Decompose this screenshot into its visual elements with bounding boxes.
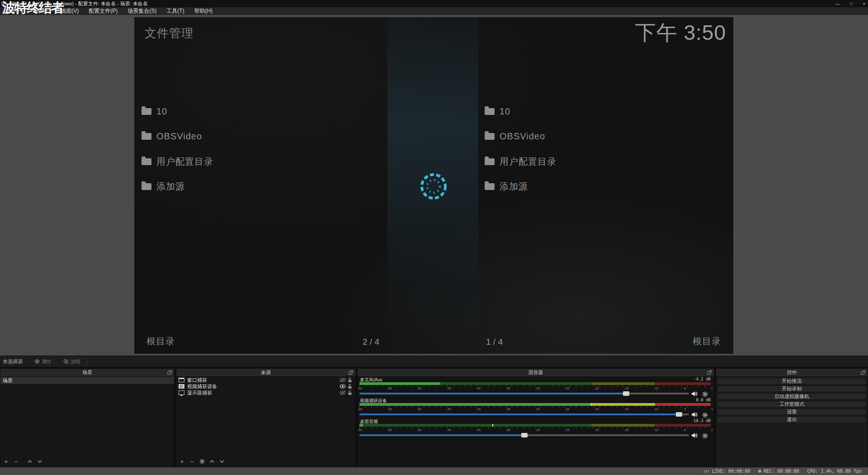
db-tick-label: -60 bbox=[358, 428, 362, 432]
db-tick-label: 0 bbox=[711, 387, 713, 390]
sources-dock-header[interactable]: 来源 bbox=[176, 369, 355, 377]
db-tick-label: -40 bbox=[476, 387, 481, 390]
volume-slider[interactable] bbox=[359, 432, 689, 438]
file-list-item[interactable]: 10 bbox=[134, 104, 387, 118]
sources-toolbar: + − bbox=[176, 457, 225, 466]
no-source-selected-label: 未选择源 bbox=[3, 358, 23, 365]
db-tick-label: -35 bbox=[505, 387, 510, 390]
db-tick-label: -25 bbox=[565, 428, 569, 432]
controls-dock: 控件 开始推流开始录制启动虚拟摄像机工作室模式设置退出 bbox=[716, 368, 868, 467]
gear-icon[interactable] bbox=[702, 432, 708, 441]
source-properties-button[interactable] bbox=[199, 459, 205, 465]
control-button[interactable]: 退出 bbox=[717, 416, 867, 423]
db-tick-label: -35 bbox=[505, 408, 510, 411]
gear-icon bbox=[34, 359, 40, 364]
obs-main-window: OBS 27.1.3 (64-bit, windows) - 配置文件: 未命名… bbox=[0, 0, 868, 475]
db-tick-label: -55 bbox=[387, 408, 392, 411]
mixer-channel: 视频捕获设备 0.0 dB -60-55-50-45-40-35-30-25-2… bbox=[358, 398, 714, 418]
maximize-button[interactable]: □ bbox=[850, 1, 853, 6]
db-tick-label: -45 bbox=[446, 428, 451, 432]
eye-visible-icon[interactable] bbox=[339, 384, 346, 389]
folder-icon bbox=[485, 108, 495, 115]
db-tick-label: -20 bbox=[594, 387, 599, 390]
lock-icon[interactable] bbox=[346, 384, 354, 389]
controls-dock-title: 控件 bbox=[787, 369, 797, 376]
title-bar[interactable]: OBS 27.1.3 (64-bit, windows) - 配置文件: 未命名… bbox=[0, 0, 868, 7]
filters-label: 滤镜 bbox=[71, 358, 80, 365]
menu-item[interactable]: 工具(T) bbox=[161, 7, 189, 15]
loading-spinner-icon bbox=[419, 172, 448, 201]
db-tick-label: -30 bbox=[535, 428, 540, 432]
eye-hidden-icon[interactable] bbox=[339, 378, 346, 382]
controls-dock-header[interactable]: 控件 bbox=[716, 369, 868, 377]
file-list-item[interactable]: OBSVideo bbox=[134, 130, 387, 143]
db-tick-label: -5 bbox=[683, 387, 686, 390]
folder-icon bbox=[142, 158, 151, 165]
file-list-item[interactable]: 10 bbox=[478, 104, 733, 118]
dock-popout-icon[interactable] bbox=[707, 370, 712, 375]
current-path-label: 根目录 bbox=[693, 335, 721, 347]
menu-item[interactable]: 帮助(H) bbox=[189, 7, 218, 15]
camera-icon bbox=[179, 384, 184, 389]
rec-status: REC: 00:00:00 bbox=[758, 469, 799, 474]
program-canvas[interactable]: 文件管理 下午 3:50 10 OBSVideo bbox=[134, 17, 733, 354]
menu-item[interactable]: 场景集合(S) bbox=[123, 7, 161, 15]
move-source-up-button[interactable] bbox=[209, 459, 215, 465]
volume-db-value: -16.3 dB bbox=[691, 418, 711, 423]
control-button[interactable]: 启动虚拟摄像机 bbox=[717, 393, 867, 400]
db-tick-label: -45 bbox=[446, 387, 451, 390]
move-scene-down-button[interactable] bbox=[37, 459, 42, 465]
scene-list-item[interactable]: 场景 bbox=[0, 377, 174, 384]
speaker-icon[interactable] bbox=[691, 432, 698, 440]
remove-scene-button[interactable]: − bbox=[13, 459, 19, 465]
mixer-channel: 桌面音频 -16.3 dB -60-55-50-45-40-35-30-25-2… bbox=[358, 418, 714, 438]
control-button[interactable]: 工作室模式 bbox=[717, 401, 867, 408]
file-list-item[interactable]: 用户配置目录 bbox=[478, 155, 733, 168]
scenes-dock-header[interactable]: 场景 bbox=[0, 369, 174, 377]
folder-name: 用户配置目录 bbox=[156, 156, 213, 168]
mixer-channel: 麦克风/Aux -4.2 dB -60-55-50-45-40-35-30-25… bbox=[358, 377, 714, 397]
mixer-dock-header[interactable]: 混音器 bbox=[358, 369, 714, 377]
dock-popout-icon[interactable] bbox=[167, 370, 172, 375]
volume-slider-handle[interactable] bbox=[521, 433, 528, 437]
add-scene-button[interactable]: + bbox=[3, 459, 9, 465]
move-scene-up-button[interactable] bbox=[27, 459, 33, 465]
file-list-item[interactable]: 添加源 bbox=[478, 180, 733, 194]
db-tick-label: -60 bbox=[358, 387, 362, 390]
control-button[interactable]: 设置 bbox=[717, 408, 867, 415]
lock-icon[interactable] bbox=[346, 390, 354, 395]
control-button[interactable]: 开始推流 bbox=[717, 378, 867, 385]
source-toolbar: 未选择源 属性 滤镜 bbox=[0, 356, 868, 367]
volume-slider[interactable] bbox=[359, 412, 689, 417]
page-indicator: 2 / 4 bbox=[363, 337, 379, 347]
eye-hidden-icon[interactable] bbox=[339, 390, 346, 395]
filters-button[interactable]: 滤镜 bbox=[63, 358, 80, 365]
source-list-item[interactable]: 窗口捕获 bbox=[176, 377, 355, 383]
dock-popout-icon[interactable] bbox=[349, 370, 354, 375]
menu-item[interactable]: 配置文件(P) bbox=[84, 7, 123, 15]
db-tick-label: -55 bbox=[387, 387, 392, 390]
folder-icon bbox=[485, 183, 495, 190]
dock-popout-icon[interactable] bbox=[861, 370, 866, 375]
properties-button[interactable]: 属性 bbox=[34, 358, 52, 365]
toolbar-separator bbox=[87, 358, 87, 365]
folder-name: 用户配置目录 bbox=[500, 156, 557, 168]
close-button[interactable]: × bbox=[863, 1, 865, 6]
remove-source-button[interactable]: − bbox=[189, 459, 195, 465]
add-source-button[interactable]: + bbox=[179, 459, 185, 465]
move-source-down-button[interactable] bbox=[219, 459, 225, 465]
file-list-item[interactable]: 用户配置目录 bbox=[134, 155, 387, 168]
file-list-item[interactable]: 添加源 bbox=[134, 180, 387, 194]
source-list-item[interactable]: 显示器捕获 bbox=[176, 390, 355, 396]
control-button[interactable]: 开始录制 bbox=[717, 385, 867, 392]
volume-slider[interactable] bbox=[359, 391, 689, 396]
volume-slider-handle[interactable] bbox=[676, 412, 682, 417]
folder-name: 添加源 bbox=[500, 180, 528, 193]
volume-slider-handle[interactable] bbox=[623, 391, 629, 396]
watermark-overlay-text: 波特终结者 bbox=[2, 1, 63, 15]
lock-icon[interactable] bbox=[346, 377, 354, 383]
page-indicator: 1 / 4 bbox=[486, 337, 503, 347]
file-list-item[interactable]: OBSVideo bbox=[478, 130, 733, 143]
minimize-button[interactable]: — bbox=[835, 1, 840, 6]
source-list-item[interactable]: 视频捕获设备 bbox=[176, 383, 355, 390]
